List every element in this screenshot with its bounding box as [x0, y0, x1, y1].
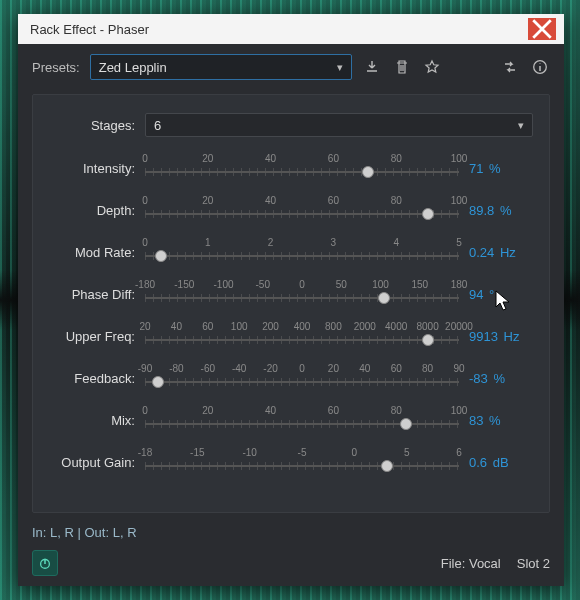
tick-label: -20	[263, 363, 277, 374]
tick-label: 20000	[445, 321, 473, 332]
titlebar[interactable]: Rack Effect - Phaser	[18, 14, 564, 44]
slider-row: Phase Diff:-180-150-100-5005010015018094…	[43, 273, 533, 315]
slider-thumb[interactable]	[378, 292, 390, 304]
tick-label: 2000	[354, 321, 376, 332]
tick-label: 800	[325, 321, 342, 332]
slider-track[interactable]: 020406080100	[145, 195, 459, 225]
tick-label: 180	[451, 279, 468, 290]
power-button[interactable]	[32, 550, 58, 576]
tick-label: -150	[174, 279, 194, 290]
tick-label: 40	[265, 405, 276, 416]
tick-label: 0	[142, 405, 148, 416]
slider-row: Mix:02040608010083 %	[43, 399, 533, 441]
delete-preset-icon	[394, 59, 410, 75]
slider-thumb[interactable]	[422, 208, 434, 220]
slider-ticks: 020406080100	[145, 405, 459, 419]
slider-ticks: -18-15-10-5056	[145, 447, 459, 461]
tick-label: -180	[135, 279, 155, 290]
slider-track[interactable]: 20406010020040080020004000800020000	[145, 321, 459, 351]
tick-label: 80	[422, 363, 433, 374]
tick-label: 60	[202, 321, 213, 332]
slider-track[interactable]: 012345	[145, 237, 459, 267]
tick-label: -18	[138, 447, 152, 458]
slider-row: Output Gain:-18-15-10-50560.6 dB	[43, 441, 533, 483]
slider-track[interactable]: 020406080100	[145, 153, 459, 183]
slider-label: Mix:	[43, 413, 135, 428]
tick-label: -90	[138, 363, 152, 374]
channel-map-button[interactable]	[500, 57, 520, 77]
tick-label: 2	[268, 237, 274, 248]
tick-label: -5	[298, 447, 307, 458]
delete-preset-button[interactable]	[392, 57, 412, 77]
slider-row: Upper Freq:20406010020040080020004000800…	[43, 315, 533, 357]
tick-label: 80	[391, 153, 402, 164]
tick-label: 40	[265, 195, 276, 206]
download-preset-icon	[364, 59, 380, 75]
tick-label: 0	[142, 153, 148, 164]
tick-label: 60	[328, 405, 339, 416]
slider-value: 94 °	[469, 287, 533, 302]
controls-panel: Stages: 6 ▾ Intensity:02040608010071 %De…	[32, 94, 550, 513]
slider-row: Feedback:-90-80-60-40-2002040608090-83 %	[43, 357, 533, 399]
slider-thumb[interactable]	[155, 250, 167, 262]
slider-row: Mod Rate:0123450.24 Hz	[43, 231, 533, 273]
presets-label: Presets:	[32, 60, 80, 75]
slider-thumb[interactable]	[400, 418, 412, 430]
channel-map-icon	[502, 59, 518, 75]
tick-label: -50	[256, 279, 270, 290]
tick-label: -100	[213, 279, 233, 290]
slider-thumb[interactable]	[362, 166, 374, 178]
tick-label: 6	[456, 447, 462, 458]
power-icon	[38, 556, 52, 570]
slider-thumb[interactable]	[152, 376, 164, 388]
tick-label: 100	[451, 153, 468, 164]
tick-label: 4	[393, 237, 399, 248]
slider-thumb[interactable]	[381, 460, 393, 472]
slider-ticks: -180-150-100-50050100150180	[145, 279, 459, 293]
info-icon	[532, 59, 548, 75]
window-body: Presets: Zed Lepplin ▾	[18, 44, 564, 586]
favorite-button[interactable]	[422, 57, 442, 77]
effect-window: Rack Effect - Phaser Presets: Zed Leppli…	[18, 14, 564, 586]
slider-value: 89.8 %	[469, 203, 533, 218]
tick-label: 0	[352, 447, 358, 458]
tick-label: 60	[328, 153, 339, 164]
tick-label: 400	[294, 321, 311, 332]
tick-label: 5	[404, 447, 410, 458]
slider-value: 71 %	[469, 161, 533, 176]
slider-label: Upper Freq:	[43, 329, 135, 344]
tick-label: 0	[299, 363, 305, 374]
stages-label: Stages:	[43, 118, 135, 133]
info-button[interactable]	[530, 57, 550, 77]
tick-label: -60	[201, 363, 215, 374]
tick-label: 40	[171, 321, 182, 332]
slider-ticks: 012345	[145, 237, 459, 251]
tick-label: -80	[169, 363, 183, 374]
tick-label: 8000	[416, 321, 438, 332]
preset-select[interactable]: Zed Lepplin ▾	[90, 54, 352, 80]
slider-label: Depth:	[43, 203, 135, 218]
tick-label: 40	[359, 363, 370, 374]
close-button[interactable]	[528, 18, 556, 40]
file-slot-info: File: Vocal Slot 2	[441, 556, 550, 571]
io-text: In: L, R | Out: L, R	[32, 525, 550, 540]
preset-value: Zed Lepplin	[99, 60, 167, 75]
slider-track[interactable]: -90-80-60-40-2002040608090	[145, 363, 459, 393]
slider-track[interactable]: -18-15-10-5056	[145, 447, 459, 477]
slider-thumb[interactable]	[422, 334, 434, 346]
tick-label: 20	[328, 363, 339, 374]
window-title: Rack Effect - Phaser	[30, 22, 149, 37]
download-preset-button[interactable]	[362, 57, 382, 77]
tick-label: 50	[336, 279, 347, 290]
tick-label: 0	[299, 279, 305, 290]
chevron-down-icon: ▾	[337, 61, 343, 74]
tick-label: 1	[205, 237, 211, 248]
tick-label: 0	[142, 237, 148, 248]
tick-label: 20	[202, 153, 213, 164]
slider-label: Phase Diff:	[43, 287, 135, 302]
slider-value: 0.24 Hz	[469, 245, 533, 260]
stages-select[interactable]: 6 ▾	[145, 113, 533, 137]
slider-label: Mod Rate:	[43, 245, 135, 260]
slider-track[interactable]: 020406080100	[145, 405, 459, 435]
slider-track[interactable]: -180-150-100-50050100150180	[145, 279, 459, 309]
